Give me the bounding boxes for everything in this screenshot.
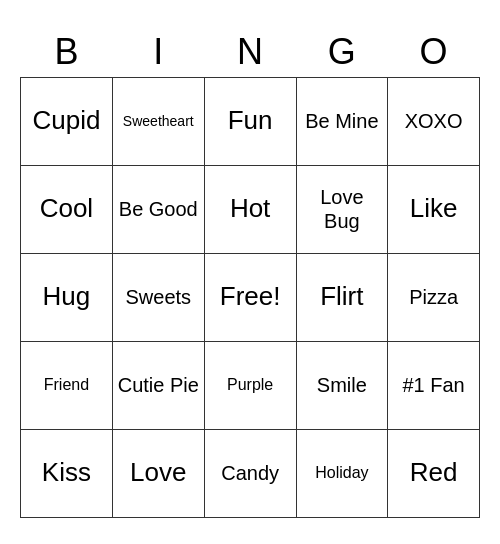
bingo-cell: Cupid xyxy=(21,77,113,165)
bingo-cell: Pizza xyxy=(388,253,480,341)
bingo-cell: #1 Fan xyxy=(388,341,480,429)
cell-content: XOXO xyxy=(392,109,475,133)
cell-content: Hot xyxy=(209,193,292,224)
bingo-body: CupidSweetheartFunBe MineXOXOCoolBe Good… xyxy=(21,77,480,517)
cell-content: Kiss xyxy=(25,457,108,488)
header-letter: G xyxy=(296,27,388,78)
bingo-cell: Candy xyxy=(204,429,296,517)
cell-content: Be Good xyxy=(117,197,200,221)
cell-content: Like xyxy=(392,193,475,224)
header-letter: N xyxy=(204,27,296,78)
bingo-cell: Smile xyxy=(296,341,388,429)
bingo-cell: XOXO xyxy=(388,77,480,165)
cell-content: Love Bug xyxy=(301,185,384,233)
cell-content: #1 Fan xyxy=(392,373,475,397)
bingo-header: BINGO xyxy=(21,27,480,78)
cell-content: Pizza xyxy=(392,285,475,309)
cell-content: Hug xyxy=(25,281,108,312)
bingo-cell: Love Bug xyxy=(296,165,388,253)
header-letter: O xyxy=(388,27,480,78)
bingo-cell: Be Mine xyxy=(296,77,388,165)
header-letter: I xyxy=(112,27,204,78)
bingo-cell: Cutie Pie xyxy=(112,341,204,429)
bingo-cell: Friend xyxy=(21,341,113,429)
bingo-cell: Fun xyxy=(204,77,296,165)
cell-content: Red xyxy=(392,457,475,488)
bingo-cell: Cool xyxy=(21,165,113,253)
cell-content: Holiday xyxy=(301,463,384,482)
bingo-cell: Love xyxy=(112,429,204,517)
bingo-cell: Sweetheart xyxy=(112,77,204,165)
bingo-cell: Be Good xyxy=(112,165,204,253)
bingo-cell: Like xyxy=(388,165,480,253)
bingo-cell: Free! xyxy=(204,253,296,341)
bingo-card: BINGO CupidSweetheartFunBe MineXOXOCoolB… xyxy=(20,27,480,518)
cell-content: Cutie Pie xyxy=(117,373,200,397)
bingo-row: KissLoveCandyHolidayRed xyxy=(21,429,480,517)
cell-content: Sweets xyxy=(117,285,200,309)
bingo-row: FriendCutie PiePurpleSmile#1 Fan xyxy=(21,341,480,429)
cell-content: Love xyxy=(117,457,200,488)
bingo-cell: Purple xyxy=(204,341,296,429)
bingo-cell: Holiday xyxy=(296,429,388,517)
cell-content: Sweetheart xyxy=(117,113,200,130)
cell-content: Purple xyxy=(209,375,292,394)
bingo-cell: Kiss xyxy=(21,429,113,517)
cell-content: Friend xyxy=(25,375,108,394)
bingo-cell: Flirt xyxy=(296,253,388,341)
bingo-cell: Hug xyxy=(21,253,113,341)
cell-content: Free! xyxy=(209,281,292,312)
bingo-row: CupidSweetheartFunBe MineXOXO xyxy=(21,77,480,165)
bingo-cell: Sweets xyxy=(112,253,204,341)
cell-content: Candy xyxy=(209,461,292,485)
bingo-cell: Red xyxy=(388,429,480,517)
cell-content: Smile xyxy=(301,373,384,397)
bingo-row: CoolBe GoodHotLove BugLike xyxy=(21,165,480,253)
cell-content: Cool xyxy=(25,193,108,224)
cell-content: Be Mine xyxy=(301,109,384,133)
cell-content: Cupid xyxy=(25,105,108,136)
bingo-cell: Hot xyxy=(204,165,296,253)
header-letter: B xyxy=(21,27,113,78)
cell-content: Fun xyxy=(209,105,292,136)
bingo-row: HugSweetsFree!FlirtPizza xyxy=(21,253,480,341)
cell-content: Flirt xyxy=(301,281,384,312)
